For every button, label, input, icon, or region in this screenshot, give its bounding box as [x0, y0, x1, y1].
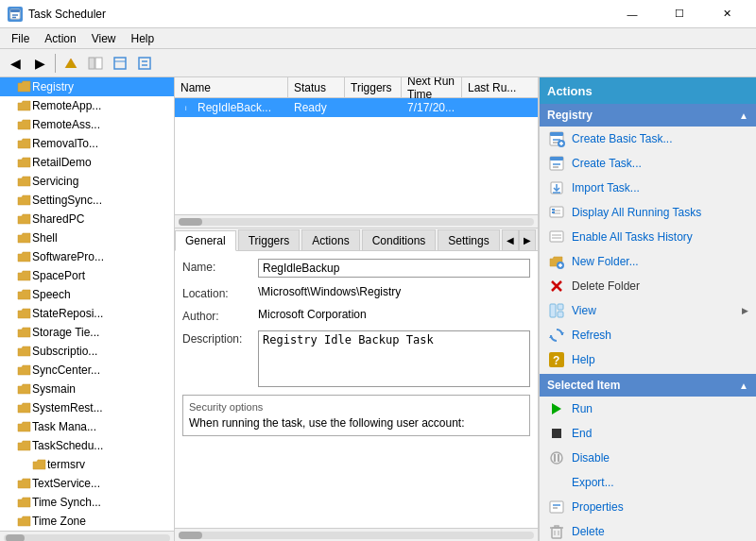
folder-icon — [17, 230, 32, 245]
action-properties[interactable]: Properties — [540, 495, 756, 519]
action-disable[interactable]: Disable — [540, 446, 756, 470]
detail-scroll-x[interactable] — [175, 528, 538, 541]
action-end[interactable]: End — [540, 421, 756, 446]
col-header-name[interactable]: Name — [175, 77, 288, 97]
properties-label: Properties — [572, 500, 624, 514]
action-run[interactable]: Run — [540, 397, 756, 421]
tab-general[interactable]: General — [175, 230, 236, 251]
menu-help[interactable]: Help — [124, 30, 163, 47]
name-input[interactable] — [258, 259, 530, 278]
tree-item-softwarepro[interactable]: SoftwarePro... — [0, 247, 174, 266]
action-delete-folder[interactable]: Delete Folder — [540, 274, 756, 298]
folder-icon — [17, 174, 32, 189]
registry-section-header[interactable]: Registry ▲ — [540, 104, 756, 127]
tree-item-storagetie[interactable]: Storage Tie... — [0, 323, 174, 342]
task-list-scroll-x[interactable] — [175, 214, 538, 228]
action-help[interactable]: ? Help — [540, 347, 756, 372]
tab-scroll-right[interactable]: ▶ — [519, 229, 536, 250]
tree-item-removalto[interactable]: RemovalTo... — [0, 134, 174, 153]
selected-section-header[interactable]: Selected Item ▲ — [540, 374, 756, 397]
tree-item-sharedpc[interactable]: SharedPC — [0, 210, 174, 228]
tree-label: StateReposi... — [32, 307, 103, 320]
task-list-body: i RegIdleBack... Ready 7/17/20... — [175, 98, 538, 214]
tree-item-servicing[interactable]: Servicing — [0, 172, 174, 191]
tree-item-registry[interactable]: Registry — [0, 77, 174, 96]
menu-file[interactable]: File — [4, 30, 37, 47]
tree-item-timezone[interactable]: Time Zone — [0, 512, 174, 531]
action-create-basic-task[interactable]: Create Basic Task... — [540, 127, 756, 151]
folder-icon — [17, 363, 32, 378]
close-button[interactable]: ✕ — [705, 6, 748, 23]
toolbar-show-hide-tree[interactable] — [84, 52, 107, 75]
tree-item-synccenter[interactable]: SyncCenter... — [0, 361, 174, 380]
tab-triggers[interactable]: Triggers — [238, 229, 301, 250]
tree-item-sysmain[interactable]: Sysmain — [0, 380, 174, 398]
toolbar-up[interactable] — [60, 52, 82, 75]
toolbar-btn5[interactable] — [109, 52, 131, 75]
tree-label: Sysmain — [32, 382, 76, 396]
action-export[interactable]: Export... — [540, 470, 756, 495]
col-header-status[interactable]: Status — [288, 77, 345, 97]
tree-item-systemrest[interactable]: SystemRest... — [0, 398, 174, 417]
tree-label: Time Zone — [32, 515, 86, 528]
tree-item-staterepos[interactable]: StateReposi... — [0, 304, 174, 323]
tab-settings[interactable]: Settings — [438, 229, 499, 250]
tree-item-taskschedu[interactable]: TaskSchedu... — [0, 436, 174, 455]
tab-conditions[interactable]: Conditions — [362, 229, 437, 250]
tree-item-shell[interactable]: Shell — [0, 228, 174, 247]
table-row[interactable]: i RegIdleBack... Ready 7/17/20... — [175, 98, 538, 117]
tree-scroll-x[interactable] — [0, 531, 174, 541]
description-label: Description: — [182, 330, 258, 387]
actions-header: Actions — [540, 77, 756, 104]
action-delete[interactable]: Delete — [540, 519, 756, 541]
display-running-label: Display All Running Tasks — [572, 206, 701, 219]
tree-label: RemovalTo... — [32, 137, 98, 150]
action-import-task[interactable]: Import Task... — [540, 176, 756, 200]
tree-label: Storage Tie... — [32, 326, 99, 339]
toolbar-back[interactable]: ◀ — [4, 52, 26, 75]
menu-action[interactable]: Action — [37, 30, 83, 47]
author-value: Microsoft Corporation — [258, 308, 530, 323]
svg-text:?: ? — [553, 354, 559, 367]
tree-item-taskmana[interactable]: Task Mana... — [0, 417, 174, 436]
folder-icon — [17, 136, 32, 151]
tab-actions[interactable]: Actions — [301, 229, 359, 250]
tab-scroll-left[interactable]: ◀ — [502, 229, 519, 250]
selected-section-arrow: ▲ — [739, 380, 748, 391]
tree-item-subscriptio[interactable]: Subscriptio... — [0, 342, 174, 361]
tree-item-termsrv[interactable]: termsrv — [0, 455, 174, 474]
tree-item-speech[interactable]: Speech — [0, 285, 174, 304]
action-refresh[interactable]: Refresh — [540, 323, 756, 347]
description-input[interactable] — [258, 330, 530, 387]
svg-rect-42 — [558, 312, 563, 317]
menu-view[interactable]: View — [84, 30, 124, 47]
action-display-running[interactable]: Display All Running Tasks — [540, 200, 756, 225]
folder-icon — [17, 211, 32, 227]
tree-label: Task Mana... — [32, 420, 96, 433]
maximize-button[interactable]: ☐ — [658, 6, 701, 23]
tree-item-textservice[interactable]: TextService... — [0, 474, 174, 493]
toolbar-forward[interactable]: ▶ — [28, 52, 51, 75]
detail-row-name: Name: — [182, 259, 530, 278]
folder-icon — [32, 457, 47, 472]
tree-item-remoteass[interactable]: RemoteAss... — [0, 115, 174, 134]
security-options-content: When running the task, use the following… — [189, 416, 524, 430]
folder-icon — [17, 268, 32, 283]
tree-item-settingsync[interactable]: SettingSync... — [0, 191, 174, 210]
col-header-triggers[interactable]: Triggers — [345, 77, 402, 97]
svg-point-49 — [551, 452, 562, 464]
action-view[interactable]: View ▶ — [540, 298, 756, 323]
tree-item-retaildemo[interactable]: RetailDemo — [0, 153, 174, 172]
tree-item-timesynch[interactable]: Time Synch... — [0, 493, 174, 512]
col-header-lastrun[interactable]: Last Ru... — [462, 77, 538, 97]
minimize-button[interactable]: — — [610, 6, 654, 23]
folder-icon — [17, 419, 32, 434]
col-header-nextrun[interactable]: Next Run Time — [402, 77, 462, 97]
action-enable-history[interactable]: Enable All Tasks History — [540, 225, 756, 249]
action-create-task[interactable]: Create Task... — [540, 151, 756, 176]
tree-item-spaceport[interactable]: SpacePort — [0, 266, 174, 285]
tree-item-remoteapp[interactable]: RemoteApp... — [0, 96, 174, 115]
action-new-folder[interactable]: New Folder... — [540, 249, 756, 274]
task-cell-lastrun — [462, 107, 538, 109]
toolbar-btn6[interactable] — [133, 52, 156, 75]
